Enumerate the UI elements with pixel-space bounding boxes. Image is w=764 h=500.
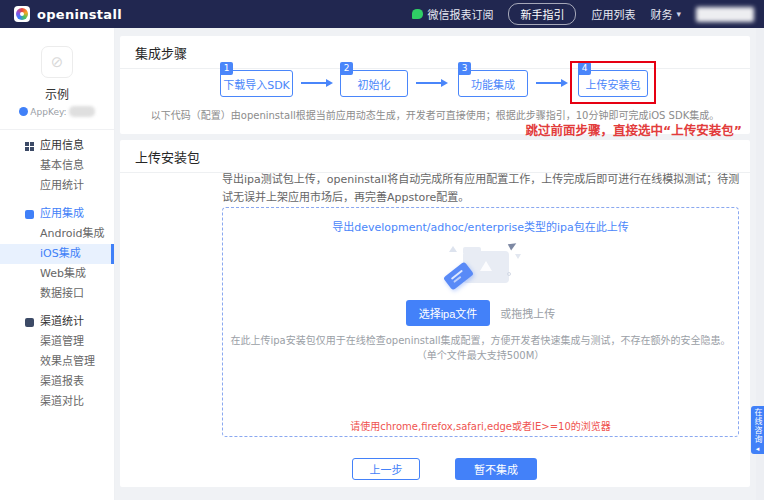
- step-number-badge: 1: [220, 62, 233, 75]
- step-number-badge: 2: [340, 62, 353, 75]
- finance-dropdown[interactable]: 财务 ▾: [650, 6, 681, 22]
- menu-label: 渠道统计: [40, 315, 84, 328]
- app-list-link[interactable]: 应用列表: [591, 6, 635, 22]
- wechat-report-subscribe-link[interactable]: 微信报表订阅: [412, 6, 493, 22]
- app-list-label: 应用列表: [591, 6, 635, 22]
- menu-label: 渠道管理: [40, 335, 84, 348]
- skip-integration-button[interactable]: 暂不集成: [455, 458, 537, 480]
- sidebar-item-ios-integration[interactable]: iOS集成: [0, 244, 114, 264]
- appkey-label: AppKey:: [30, 107, 66, 117]
- menu-label: 渠道报表: [40, 375, 84, 388]
- dropzone-actions: 选择ipa文件 或拖拽上传: [223, 300, 738, 326]
- menu-label: 应用统计: [40, 179, 84, 192]
- arrow-right-icon: [536, 82, 562, 84]
- browser-warning-text: 请使用chrome,firefox,safari,edge或者IE>=10的浏览…: [223, 418, 738, 433]
- info-icon: [19, 107, 28, 116]
- sidebar-menu: 应用信息 基本信息 应用统计 应用集成 Android集成 iOS集成: [0, 130, 114, 412]
- step-initialize[interactable]: 2 初始化: [340, 70, 408, 97]
- sidebar-item-channel-stats[interactable]: 渠道统计: [0, 312, 114, 332]
- menu-label: 应用信息: [40, 139, 84, 152]
- menu-label: iOS集成: [40, 247, 81, 260]
- step-label: 下载导入SDK: [223, 76, 290, 92]
- openinstall-logo-icon: [14, 6, 30, 22]
- arrow-left-icon: ◂: [756, 445, 760, 453]
- support-tab-label: 在线咨询: [751, 408, 764, 444]
- recycle-mark-icon: [480, 261, 492, 271]
- arrow-right-icon: [416, 82, 442, 84]
- integration-steps-card: 集成步骤 1 下载导入SDK 2 初始化 3 功能集成 4 上传安装包 以下代码…: [120, 36, 750, 134]
- appkey-row: AppKey:: [0, 106, 114, 117]
- sidebar-item-data-api[interactable]: 数据接口: [0, 284, 114, 304]
- caret-down-icon: ▾: [676, 9, 681, 19]
- upload-card-title: 上传安装包: [120, 140, 750, 173]
- arrow-right-icon: [301, 82, 327, 84]
- step-label: 初始化: [358, 76, 391, 92]
- sidebar-item-basic-info[interactable]: 基本信息: [0, 156, 114, 176]
- newbie-guide-button[interactable]: 新手指引: [508, 3, 576, 25]
- upload-intro-text: 导出ipa测试包上传，openinstall将自动完成所有应用配置工作，上传完成…: [222, 171, 740, 207]
- menu-label: 应用集成: [40, 207, 84, 220]
- account-menu-redacted[interactable]: [696, 7, 754, 22]
- online-support-tab[interactable]: 在线咨询 ◂: [751, 406, 764, 454]
- tutorial-annotation: 跳过前面步骤，直接选中“上传安装包”: [526, 120, 742, 139]
- steps-flow: 1 下载导入SDK 2 初始化 3 功能集成 4 上传安装包 以下代码（配置）由…: [120, 36, 750, 134]
- step-label: 功能集成: [471, 76, 515, 92]
- sidebar-item-app-integration[interactable]: 应用集成: [0, 204, 114, 224]
- dropzone-note-line1: 在此上传ipa安装包仅用于在线检查openinstall集成配置，方便开发者快速…: [223, 332, 738, 347]
- upload-package-card: 上传安装包 导出ipa测试包上传，openinstall将自动完成所有应用配置工…: [120, 140, 750, 487]
- ipa-dropzone[interactable]: 导出development/adhoc/enterprise类型的ipa包在此上…: [222, 207, 739, 437]
- menu-group-app-info: 应用信息 基本信息 应用统计: [0, 136, 114, 196]
- placeholder-icon: ⊘: [51, 55, 64, 70]
- grid-icon: [25, 142, 29, 146]
- step-label: 上传安装包: [586, 76, 641, 92]
- sidebar-item-android-integration[interactable]: Android集成: [0, 224, 114, 244]
- folder-icon: [463, 251, 509, 283]
- select-ipa-file-button[interactable]: 选择ipa文件: [406, 300, 491, 326]
- menu-label: Android集成: [40, 227, 105, 240]
- top-navbar: openinstall 微信报表订阅 新手指引 应用列表 财务 ▾: [0, 0, 764, 28]
- step-number-badge: 3: [458, 62, 471, 75]
- menu-label: 渠道对比: [40, 395, 84, 408]
- navbar-menu: 微信报表订阅 新手指引 应用列表 财务 ▾: [412, 3, 754, 25]
- sidebar-item-channel-compare[interactable]: 渠道对比: [0, 392, 114, 412]
- menu-label: Web集成: [40, 267, 86, 280]
- step-upload-package[interactable]: 4 上传安装包: [578, 70, 648, 97]
- step-number-badge: 4: [578, 62, 591, 75]
- current-app-block: ⊘ 示例 AppKey:: [0, 28, 114, 130]
- dropzone-note-line2: （单个文件最大支持500M）: [223, 347, 738, 362]
- step-feature-integration[interactable]: 3 功能集成: [458, 70, 528, 97]
- decor-circle-icon: [507, 272, 511, 276]
- decor-triangle-icon: [449, 246, 457, 252]
- decor-triangle-small-icon: [515, 254, 521, 259]
- sidebar-item-app-stats[interactable]: 应用统计: [0, 176, 114, 196]
- sidebar-item-channel-report[interactable]: 渠道报表: [0, 372, 114, 392]
- sidebar: ⊘ 示例 AppKey: 应用信息 基本信息 应用统计: [0, 28, 115, 500]
- openinstall-console: openinstall 微信报表订阅 新手指引 应用列表 财务 ▾ ⊘ 示例: [0, 0, 764, 500]
- upload-card-actions: 上一步 暂不集成: [120, 458, 750, 480]
- step-download-sdk[interactable]: 1 下载导入SDK: [220, 70, 293, 97]
- appkey-value-redacted: [69, 106, 95, 117]
- previous-step-button[interactable]: 上一步: [352, 458, 420, 480]
- sidebar-item-web-integration[interactable]: Web集成: [0, 264, 114, 284]
- decor-plane-icon: [507, 241, 517, 251]
- drag-upload-text: 或拖拽上传: [500, 305, 555, 321]
- integration-icon: [25, 210, 34, 219]
- menu-label: 数据接口: [40, 287, 84, 300]
- stats-icon: [25, 318, 34, 327]
- wechat-icon: [412, 9, 423, 19]
- dropzone-hint: 导出development/adhoc/enterprise类型的ipa包在此上…: [223, 218, 738, 234]
- menu-group-integration: 应用集成 Android集成 iOS集成 Web集成 数据接口: [0, 204, 114, 304]
- menu-label: 效果点管理: [40, 355, 95, 368]
- wechat-link-label: 微信报表订阅: [427, 6, 493, 22]
- brand-name: openinstall: [37, 7, 122, 22]
- sidebar-item-channel-manage[interactable]: 渠道管理: [0, 332, 114, 352]
- sidebar-item-effect-point-manage[interactable]: 效果点管理: [0, 352, 114, 372]
- brand-home-link[interactable]: openinstall: [14, 6, 122, 22]
- app-icon-placeholder: ⊘: [41, 46, 73, 78]
- sidebar-item-app-info[interactable]: 应用信息: [0, 136, 114, 156]
- upload-illustration-icon: [441, 242, 521, 294]
- app-name: 示例: [0, 85, 114, 102]
- finance-label: 财务: [650, 6, 672, 22]
- menu-label: 基本信息: [40, 159, 84, 172]
- menu-group-channel-stats: 渠道统计 渠道管理 效果点管理 渠道报表 渠道对比: [0, 312, 114, 412]
